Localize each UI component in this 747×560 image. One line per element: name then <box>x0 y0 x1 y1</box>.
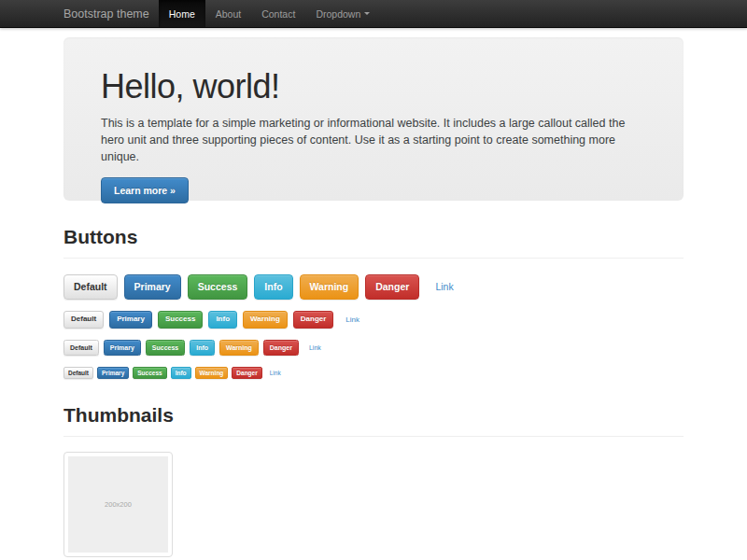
thumbnail-placeholder-image: 200x200 <box>68 456 168 553</box>
button-row-small: Default Primary Success Info Warning Dan… <box>63 340 684 356</box>
button-warning-sm[interactable]: Warning <box>219 340 259 356</box>
button-info-xs[interactable]: Info <box>171 367 191 379</box>
button-primary-xs[interactable]: Primary <box>97 367 129 379</box>
nav-item-dropdown-label: Dropdown <box>316 0 360 28</box>
button-danger-sm[interactable]: Danger <box>263 340 299 356</box>
button-link-sm[interactable]: Link <box>303 342 327 355</box>
thumbnails-section-heading: Thumbnails <box>63 404 684 437</box>
hero-description: This is a template for a simple marketin… <box>101 116 646 165</box>
nav-item-home[interactable]: Home <box>159 0 205 27</box>
button-link-lg[interactable]: Link <box>426 275 462 299</box>
button-success-sm[interactable]: Success <box>146 340 185 356</box>
button-warning-xs[interactable]: Warning <box>195 367 229 379</box>
thumbnail-placeholder-label: 200x200 <box>105 500 132 509</box>
buttons-section-heading: Buttons <box>63 226 684 259</box>
hero-unit: Hello, world! This is a template for a s… <box>63 37 684 201</box>
button-row-extra-small: Default Primary Success Info Warning Dan… <box>63 367 684 379</box>
navbar-brand[interactable]: Bootstrap theme <box>63 0 149 27</box>
button-primary-lg[interactable]: Primary <box>124 274 181 300</box>
button-danger-lg[interactable]: Danger <box>365 274 419 300</box>
navbar: Bootstrap theme Home About Contact Dropd… <box>0 0 747 28</box>
button-danger-md[interactable]: Danger <box>293 311 334 329</box>
nav-item-about[interactable]: About <box>205 0 251 27</box>
button-row-large: Default Primary Success Info Warning Dan… <box>63 274 684 300</box>
hero-title: Hello, world! <box>101 67 646 106</box>
caret-down-icon <box>364 12 370 15</box>
button-row-default: Default Primary Success Info Warning Dan… <box>63 311 684 329</box>
button-link-xs[interactable]: Link <box>266 368 285 378</box>
button-danger-xs[interactable]: Danger <box>232 367 261 379</box>
button-link-md[interactable]: Link <box>339 311 366 328</box>
button-warning-md[interactable]: Warning <box>243 311 288 329</box>
button-primary-md[interactable]: Primary <box>109 311 152 329</box>
button-success-lg[interactable]: Success <box>188 274 248 300</box>
navbar-nav: Home About Contact Dropdown <box>159 0 381 27</box>
learn-more-button[interactable]: Learn more » <box>101 177 189 203</box>
button-warning-lg[interactable]: Warning <box>300 274 359 300</box>
button-default-lg[interactable]: Default <box>63 274 118 300</box>
button-success-md[interactable]: Success <box>158 311 203 329</box>
button-primary-sm[interactable]: Primary <box>104 340 141 356</box>
nav-item-dropdown[interactable]: Dropdown <box>305 0 380 27</box>
button-default-md[interactable]: Default <box>63 311 104 329</box>
button-success-xs[interactable]: Success <box>133 367 166 379</box>
button-default-sm[interactable]: Default <box>63 340 99 356</box>
button-default-xs[interactable]: Default <box>63 367 93 379</box>
button-info-md[interactable]: Info <box>208 311 237 329</box>
nav-item-contact[interactable]: Contact <box>251 0 305 27</box>
button-info-lg[interactable]: Info <box>254 274 292 300</box>
button-info-sm[interactable]: Info <box>190 340 215 356</box>
thumbnail[interactable]: 200x200 <box>63 452 173 557</box>
